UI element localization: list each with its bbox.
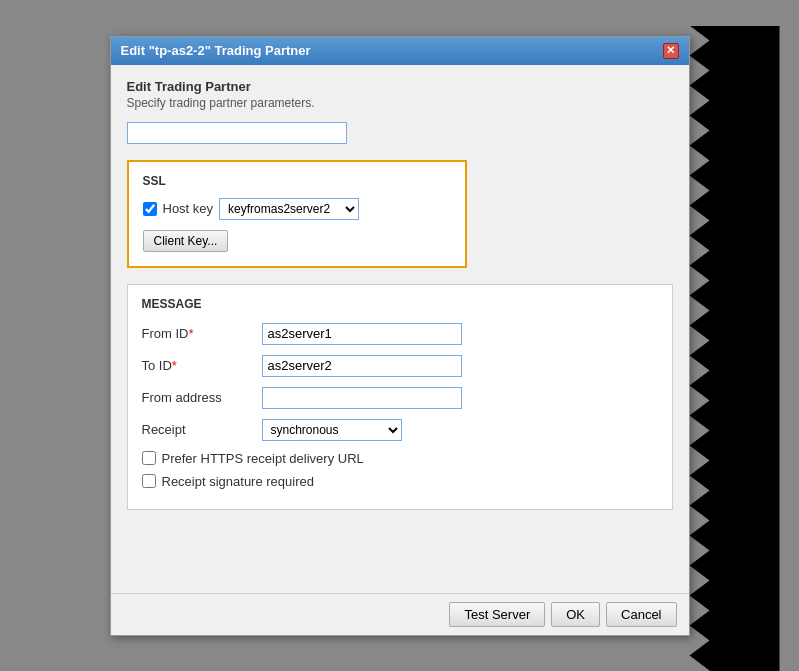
- to-id-input[interactable]: [262, 355, 462, 377]
- edit-trading-partner-dialog: Edit "tp-as2-2" Trading Partner ✕ Edit T…: [110, 36, 690, 636]
- from-id-required: *: [188, 326, 193, 341]
- prefer-https-row: Prefer HTTPS receipt delivery URL: [142, 451, 658, 466]
- message-section: MESSAGE From ID* To ID* From address: [127, 284, 673, 510]
- prefer-https-checkbox[interactable]: [142, 451, 156, 465]
- ssl-section: SSL Host key keyfromas2server2 Client Ke…: [127, 160, 467, 268]
- dialog-body: Edit Trading Partner Specify trading par…: [111, 65, 689, 593]
- title-bar: Edit "tp-as2-2" Trading Partner ✕: [111, 37, 689, 65]
- host-key-label: Host key: [163, 201, 214, 216]
- ssl-section-title: SSL: [143, 174, 451, 188]
- from-id-input[interactable]: [262, 323, 462, 345]
- dialog-title: Edit "tp-as2-2" Trading Partner: [121, 43, 311, 58]
- section-subtitle: Specify trading partner parameters.: [127, 96, 673, 110]
- close-button[interactable]: ✕: [663, 43, 679, 59]
- receipt-row: Receipt synchronous asynchronous none: [142, 419, 658, 441]
- receipt-label: Receipt: [142, 422, 262, 437]
- receipt-sig-checkbox[interactable]: [142, 474, 156, 488]
- top-input-field[interactable]: [127, 122, 347, 144]
- top-input-row: [127, 122, 673, 144]
- from-address-row: From address: [142, 387, 658, 409]
- host-key-select[interactable]: keyfromas2server2: [219, 198, 359, 220]
- receipt-select[interactable]: synchronous asynchronous none: [262, 419, 402, 441]
- receipt-sig-label: Receipt signature required: [162, 474, 314, 489]
- from-address-label: From address: [142, 390, 262, 405]
- ok-button[interactable]: OK: [551, 602, 600, 627]
- receipt-sig-row: Receipt signature required: [142, 474, 658, 489]
- bottom-bar: Test Server OK Cancel: [111, 593, 689, 635]
- from-address-input[interactable]: [262, 387, 462, 409]
- message-section-title: MESSAGE: [142, 297, 658, 311]
- to-id-row: To ID*: [142, 355, 658, 377]
- host-key-checkbox[interactable]: [143, 202, 157, 216]
- from-id-label: From ID*: [142, 326, 262, 341]
- host-key-row: Host key keyfromas2server2: [143, 198, 451, 220]
- prefer-https-label: Prefer HTTPS receipt delivery URL: [162, 451, 364, 466]
- section-title: Edit Trading Partner: [127, 79, 673, 94]
- client-key-row: Client Key...: [143, 230, 451, 252]
- from-id-row: From ID*: [142, 323, 658, 345]
- to-id-label: To ID*: [142, 358, 262, 373]
- to-id-required: *: [172, 358, 177, 373]
- test-server-button[interactable]: Test Server: [449, 602, 545, 627]
- client-key-button[interactable]: Client Key...: [143, 230, 229, 252]
- cancel-button[interactable]: Cancel: [606, 602, 676, 627]
